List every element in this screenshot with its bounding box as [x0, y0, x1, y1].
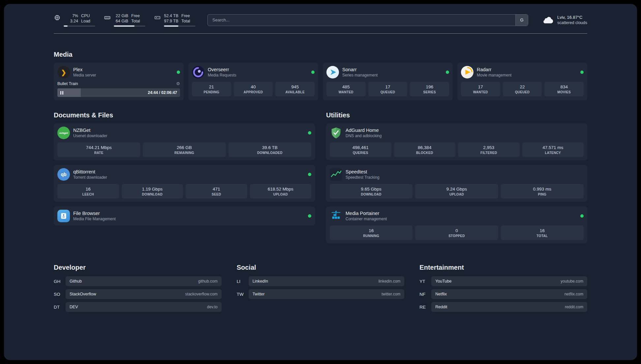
stat-tile: 2,953 FILTERED: [458, 142, 520, 157]
stat-value: 485: [328, 84, 364, 89]
status-dot: [580, 214, 584, 218]
sonarr-icon: [326, 66, 339, 78]
bookmark-dev[interactable]: DT DEV dev.to: [54, 302, 222, 312]
service-card-filebrowser[interactable]: File Browser Media File Management: [54, 206, 315, 226]
memory-free-label: Free: [131, 13, 140, 18]
stat-value: 21: [193, 84, 230, 89]
service-card-portainer[interactable]: Media Portainer Container management 16 …: [326, 206, 587, 243]
stat-label: WANTED: [328, 90, 364, 94]
stat-tile: 86,384 BLOCKED: [394, 142, 456, 157]
stat-value: 945: [277, 84, 313, 89]
playback-bar[interactable]: 24:44 / 02:06:47: [57, 88, 180, 97]
cpu-load-value: 3.24: [64, 18, 78, 24]
stat-value: 9.24 Gbps: [416, 187, 497, 192]
disk-progress-bar: [164, 25, 196, 27]
bookmark-abbr: DT: [54, 305, 66, 310]
service-card-overseerr[interactable]: Overseerr Media Requests 21 PENDING 40 A…: [188, 63, 318, 100]
service-desc: Usenet downloader: [73, 134, 107, 138]
stat-value: 498,461: [331, 145, 390, 150]
bookmark-domain: linkedin.com: [379, 279, 401, 284]
service-card-radarr[interactable]: Radarr Movie management 17 WANTED 22 QUE…: [457, 63, 587, 100]
stat-value: 744.21 Mbps: [59, 145, 139, 150]
stat-label: DOWNLOAD: [331, 193, 411, 196]
status-dot: [308, 131, 311, 135]
utilities-group: AdGuard Home DNS and adblocking 498,461 …: [326, 123, 587, 243]
stat-tile: 498,461 QUERIES: [330, 142, 391, 157]
search-input[interactable]: [207, 14, 528, 26]
stat-tile: 22 QUEUED: [503, 82, 542, 96]
service-card-adguard[interactable]: AdGuard Home DNS and adblocking 498,461 …: [326, 123, 587, 160]
settings-icon[interactable]: ⚙: [176, 81, 180, 86]
status-dot: [308, 214, 311, 218]
stat-tile: 945 AVAILABLE: [275, 82, 315, 96]
stat-label: AVAILABLE: [277, 90, 313, 94]
stat-value: 16: [502, 228, 582, 233]
bookmark-domain: twitter.com: [382, 292, 400, 296]
service-name: Radarr: [477, 67, 511, 72]
adguard-icon: [330, 127, 342, 139]
stat-label: QUERIES: [331, 151, 390, 155]
search-provider-button[interactable]: G: [515, 15, 528, 26]
disk-metric: 52.4 TB 97.9 TB Free Total: [154, 13, 196, 27]
service-desc: DNS and adblocking: [346, 134, 382, 138]
bookmark-abbr: TW: [237, 292, 249, 297]
stat-value: 266 GB: [144, 145, 224, 150]
service-name: Overseerr: [208, 67, 236, 72]
stat-value: 16: [59, 187, 118, 192]
stat-label: RUNNING: [331, 234, 411, 238]
bookmark-linkedin[interactable]: LI LinkedIn linkedin.com: [237, 276, 405, 286]
bookmark-name: Netflix: [435, 292, 447, 296]
stat-tile: 21 PENDING: [192, 82, 231, 96]
bookmark-name: YouTube: [435, 279, 451, 284]
bookmark-domain: github.com: [198, 279, 218, 284]
weather-widget[interactable]: Lviv, 16.87°C scattered clouds: [541, 15, 587, 26]
service-name: qBittorrent: [73, 169, 107, 174]
section-title-social: Social: [237, 264, 405, 271]
stat-label: QUEUED: [504, 90, 541, 94]
bookmark-group-developer: Developer GH Github github.com SO StackO…: [54, 264, 222, 315]
stat-tile: 0.993 ms PING: [501, 184, 584, 198]
service-name: File Browser: [73, 211, 116, 216]
cpu-usage-label: CPU: [81, 13, 90, 18]
service-card-nzbget[interactable]: nzbget NZBGet Usenet downloader 744.21 M…: [54, 123, 315, 160]
bookmark-github[interactable]: GH Github github.com: [54, 276, 222, 286]
bookmark-youtube[interactable]: YT YouTube youtube.com: [419, 276, 587, 286]
plex-icon: ❯: [57, 66, 70, 78]
service-desc: Media File Management: [73, 217, 116, 221]
cpu-icon: [54, 14, 61, 22]
stat-value: 22: [504, 84, 541, 89]
bookmark-stackoverflow[interactable]: SO StackOverflow stackoverflow.com: [54, 289, 222, 299]
stat-value: 17: [462, 84, 499, 89]
stat-label: PENDING: [193, 90, 230, 94]
service-card-speedtest[interactable]: Speedtest Speedtest Tracking 9.65 Gbps D…: [326, 165, 587, 202]
bookmark-netflix[interactable]: NF Netflix netflix.com: [419, 289, 587, 299]
service-name: Plex: [73, 67, 96, 72]
qbittorrent-icon: qb: [57, 168, 70, 181]
stat-value: 2,953: [459, 145, 518, 150]
service-name: NZBGet: [73, 128, 107, 133]
service-card-sonarr[interactable]: Sonarr Series management 485 WANTED 17 Q…: [323, 63, 453, 100]
stat-label: DOWNLOAD: [123, 193, 182, 196]
stat-tile: 0 STOPPED: [415, 226, 498, 240]
bookmark-reddit[interactable]: RE Reddit reddit.com: [419, 302, 587, 312]
bookmark-abbr: SO: [54, 292, 66, 297]
playback-time: 24:44 / 02:06:47: [148, 90, 177, 95]
pause-icon[interactable]: [60, 91, 63, 95]
bookmark-twitter[interactable]: TW Twitter twitter.com: [237, 289, 405, 299]
bookmark-domain: stackoverflow.com: [185, 292, 218, 296]
memory-metric: 22 GiB 64 GiB Free Total: [104, 13, 145, 27]
system-metrics: 7% 3.24 CPU Load: [54, 13, 196, 27]
topbar-divider: [54, 33, 587, 34]
radarr-icon: [461, 66, 473, 78]
stat-tile: 16 RUNNING: [330, 226, 412, 240]
service-card-plex[interactable]: ❯ Plex Media server Bullet Train ⚙ 24:44…: [54, 63, 184, 100]
stat-tile: 266 GB REMAINING: [143, 142, 226, 157]
stat-value: 0: [416, 228, 497, 233]
bookmark-name: Github: [70, 279, 82, 284]
stat-tile: 1.19 Gbps DOWNLOAD: [122, 184, 183, 198]
service-card-qbittorrent[interactable]: qb qBittorrent Torrent downloader 16 LEE…: [54, 165, 315, 202]
memory-icon: [104, 14, 111, 22]
section-title-utilities: Utilities: [326, 111, 587, 119]
stat-label: BLOCKED: [395, 151, 454, 155]
stat-value: 1.19 Gbps: [123, 187, 182, 192]
